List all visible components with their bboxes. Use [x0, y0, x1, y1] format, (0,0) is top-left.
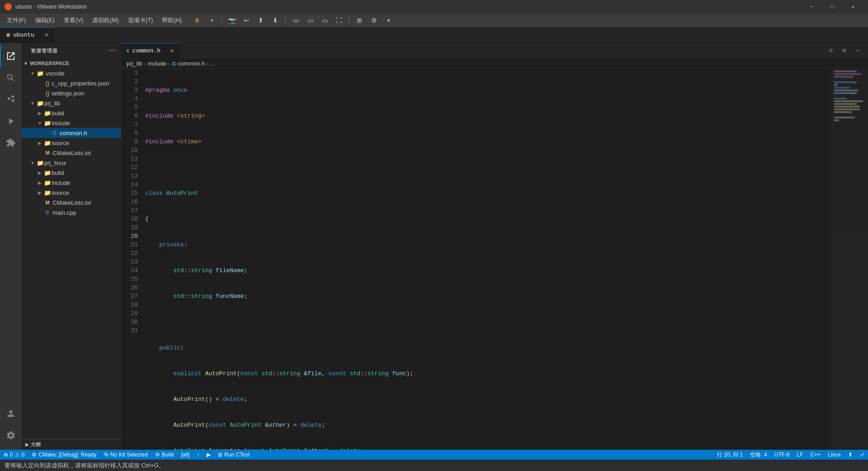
status-encoding[interactable]: UTF-8 — [771, 450, 793, 460]
vscode-folder-icon: 📁 — [36, 70, 44, 77]
prj-linux-build-arrow: ▶ — [36, 170, 43, 175]
file-main-cpp[interactable]: C main.cpp — [22, 207, 121, 217]
status-expand-icon[interactable]: ⤢ — [856, 450, 868, 460]
breadcrumb-file[interactable]: C common.h — [172, 60, 205, 67]
workspace-header[interactable]: ▼ WORKERSPACE — [22, 58, 121, 68]
toolbar-dropdown[interactable]: ▼ — [205, 15, 218, 26]
breadcrumb-prj-lib[interactable]: prj_lib — [127, 60, 142, 67]
menu-file[interactable]: 文件(F) — [2, 14, 31, 26]
file-c-cpp-props[interactable]: {} c_cpp_properties.json — [22, 78, 121, 88]
status-all[interactable]: [all] — [178, 450, 193, 460]
activity-account[interactable] — [0, 403, 22, 424]
editor-actions: ⊟ ⊞ ⋯ — [825, 43, 868, 58]
status-line-col[interactable]: 行 20, 列 1 — [713, 450, 746, 460]
sidebar-more-button[interactable]: ··· — [108, 47, 116, 55]
toolbar-layout1-btn[interactable]: ▭ — [289, 15, 302, 26]
split-editor-icon[interactable]: ⊟ — [825, 44, 837, 57]
ubuntu-tab[interactable]: 🖥 ubuntu × — [0, 27, 54, 42]
close-button[interactable]: ✕ — [843, 0, 863, 14]
app-icon — [5, 3, 12, 10]
status-platform[interactable]: Linux — [824, 450, 844, 460]
status-run-ctest[interactable]: ⊞ Run CTest — [214, 450, 253, 460]
activity-bar — [0, 43, 22, 450]
prj-lib-source-label: source — [52, 140, 69, 146]
file-common-h[interactable]: C common.h — [22, 128, 121, 138]
code-line-3: #include <ctime> — [145, 137, 832, 146]
status-line-ending[interactable]: LF — [793, 450, 807, 460]
activity-source-control[interactable] — [0, 89, 22, 110]
code-line-6: { — [145, 215, 832, 223]
status-spaces[interactable]: 空格: 4 — [746, 450, 770, 460]
breadcrumb-include[interactable]: include — [148, 60, 166, 67]
status-language[interactable]: C++ — [807, 450, 825, 460]
outline-header[interactable]: ▶ 大纲 — [22, 439, 121, 450]
minimize-button[interactable]: ─ — [801, 0, 822, 14]
activity-search[interactable] — [0, 67, 22, 89]
prj-linux-include-icon: 📁 — [43, 179, 52, 186]
menu-view[interactable]: 查看(V) — [59, 14, 88, 26]
menu-tabs[interactable]: 选项卡(T) — [123, 14, 158, 26]
code-line-12: explicit AutoPrint(const std::string &fi… — [145, 369, 832, 378]
no-kit-label: No Kit Selected — [110, 452, 148, 458]
cpp-props-label: c_cpp_properties.json — [52, 80, 109, 87]
activity-settings[interactable] — [0, 424, 22, 446]
ubuntu-tab-close[interactable]: × — [45, 32, 48, 39]
menu-edit[interactable]: 编辑(E) — [31, 14, 59, 26]
ctest-icon: ⊞ — [218, 452, 222, 458]
file-settings-json[interactable]: {} settings.json — [22, 88, 121, 98]
activity-extensions[interactable] — [0, 132, 22, 154]
status-build[interactable]: ⚙ Build — [151, 450, 178, 460]
status-upload2-icon[interactable]: ⬆ — [844, 450, 856, 460]
cpp-props-icon: {} — [43, 80, 52, 87]
toolbar-layout2-btn[interactable]: ▭ — [304, 15, 316, 26]
toolbar-settings-btn[interactable]: ⚙ — [368, 15, 380, 26]
main-cpp-label: main.cpp — [52, 209, 76, 216]
folder-prj-lib[interactable]: ▼ 📁 prj_lib — [22, 98, 121, 108]
maximize-button[interactable]: □ — [822, 0, 843, 14]
toolbar-dropdown2[interactable]: ▼ — [382, 15, 395, 26]
title-bar: ubuntu - VMware Workstation ─ □ ✕ — [0, 0, 868, 14]
toolbar-share-btn[interactable]: ⬆ — [255, 15, 267, 26]
folder-prj-linux-build[interactable]: ▶ 📁 build — [22, 168, 121, 178]
code-line-5: class AutoPrint — [145, 189, 832, 198]
status-errors[interactable]: ⊗ 0 ⚠ 0 — [0, 450, 28, 460]
warning-count: 0 — [22, 452, 25, 458]
prj-lib-build-icon: 📁 — [43, 110, 52, 117]
folder-prj-lib-source[interactable]: ▶ 📁 source — [22, 138, 121, 148]
toolbar-snapshot-btn[interactable]: 📷 — [226, 15, 238, 26]
code-lines[interactable]: #pragma once #include <string> #include … — [142, 69, 832, 450]
activity-run[interactable] — [0, 110, 22, 132]
status-run-icon[interactable]: ▶ — [203, 450, 214, 460]
toolbar-layout3-btn[interactable]: ▭ — [318, 15, 331, 26]
toolbar-pause-btn[interactable]: ⏸ — [191, 15, 203, 26]
bottom-message-text: 要将输入定向到该虚拟机，请将鼠标指针移入其或按 Ctrl+G。 — [5, 462, 165, 470]
language-label: C++ — [811, 452, 821, 458]
status-no-kit[interactable]: % No Kit Selected — [100, 450, 151, 460]
prj-lib-folder-icon: 📁 — [36, 100, 44, 107]
prj-linux-build-label: build — [52, 170, 64, 176]
file-prj-lib-cmake[interactable]: M CMakeLists.txt — [22, 148, 121, 158]
layout-icon[interactable]: ⊞ — [838, 44, 851, 57]
folder-vscode[interactable]: ▼ 📁 .vscode — [22, 68, 121, 78]
toolbar-download-btn[interactable]: ⬇ — [269, 15, 282, 26]
menu-vm[interactable]: 虚拟机(M) — [88, 14, 123, 26]
toolbar-fullscreen-btn[interactable]: ⛶ — [333, 15, 345, 26]
more-actions-icon[interactable]: ⋯ — [852, 44, 864, 57]
folder-prj-lib-include[interactable]: ▼ 📁 include — [22, 118, 121, 128]
status-cmake[interactable]: ⚙ CMake: [Debug]: Ready — [28, 450, 100, 460]
breadcrumb-more[interactable]: ... — [211, 60, 216, 67]
editor-tab-common-h[interactable]: C common.h × — [121, 43, 180, 58]
folder-prj-lib-build[interactable]: ▶ 📁 build — [22, 108, 121, 118]
status-upload-icon[interactable]: ↑ — [193, 450, 203, 460]
folder-prj-linux-include[interactable]: ▶ 📁 include — [22, 178, 121, 188]
activity-explorer[interactable] — [0, 45, 22, 67]
folder-prj-linux[interactable]: ▼ 📁 prj_linux — [22, 158, 121, 168]
code-editor[interactable]: 1 2 3 4 5 6 7 8 9 10 11 12 13 14 15 16 1… — [121, 69, 868, 450]
toolbar-terminal-btn[interactable]: ⊞ — [353, 15, 366, 26]
toolbar-revert-btn[interactable]: ↩ — [240, 15, 253, 26]
folder-prj-linux-source[interactable]: ▶ 📁 source — [22, 188, 121, 198]
editor-tab-close[interactable]: × — [170, 47, 174, 55]
main-cpp-icon: C — [43, 210, 52, 215]
menu-help[interactable]: 帮助(H) — [157, 14, 186, 26]
file-prj-linux-cmake[interactable]: M CMakeLists.txt — [22, 198, 121, 207]
